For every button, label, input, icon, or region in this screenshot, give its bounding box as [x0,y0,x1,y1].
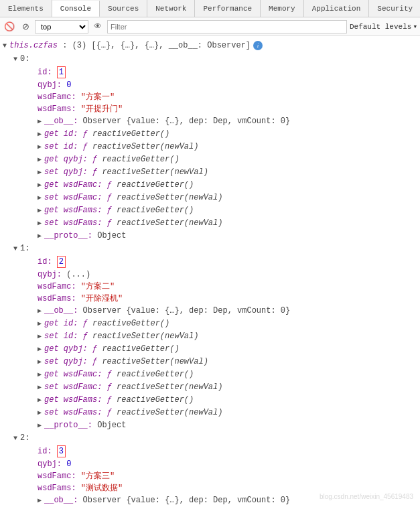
main-separator: : [58,40,72,51]
item-0-wsdFams-row: wsdFams: "开提升门" [38,103,420,115]
item-1-expand[interactable] [13,244,20,255]
item-1-wsdFams-row: wsdFams: "开除湿机" [38,293,420,305]
item-1-method-8: set wsdFams: ƒ reactiveSetter(newVal) [38,407,420,419]
item-1-method-4: set qybj: ƒ reactiveSetter(newVal) [38,356,420,368]
main-expand-arrow[interactable] [3,41,9,52]
item-0-wsdFamc-row: wsdFamc: "方案一" [38,91,420,103]
item-2-ob-expand[interactable] [38,496,44,506]
item-0-method-7: get wsdFams: ƒ reactiveGetter() [38,204,420,217]
item-0-method-5: get wsdFamc: ƒ reactiveGetter() [38,179,420,192]
filter-toggle-button[interactable]: ⊘ [19,20,32,33]
item-0-id-row: id: 1 [38,66,420,79]
item-1-index: 1: [20,243,29,254]
main-value: (3) [{…}, {…}, {…}, __ob__: Observer] [72,40,251,51]
item-2-index: 2: [20,433,29,443]
item-1-ob-expand[interactable] [38,306,44,317]
item-2-qybj-row: qybj: 0 [38,458,420,470]
item-1-method-6: set wsdFamc: ƒ reactiveSetter(newVal) [38,381,420,394]
item-0-ob-expand[interactable] [38,117,44,127]
item-1-method-1: get id: ƒ reactiveGetter() [38,317,420,330]
context-select[interactable]: top [35,20,88,33]
tab-security[interactable]: Security [369,0,420,17]
item-1-container: 1: id: 2 qybj: (...) wsdFamc: "方案二" wsdF… [0,242,420,432]
eye-icon[interactable]: 👁 [91,20,104,33]
main-log-line: this.czfas : (3) [{…}, {…}, {…}, __ob__:… [0,39,420,53]
tab-memory[interactable]: Memory [261,0,304,17]
main-var-label: this.czfas [9,40,58,51]
item-1-proto-row: __proto__: Object [38,419,420,432]
console-content: this.czfas : (3) [{…}, {…}, {…}, __ob__:… [0,36,420,507]
item-0-method-4: set qybj: ƒ reactiveSetter(newVal) [38,166,420,179]
tab-console[interactable]: Console [52,1,100,17]
item-2-id-value: 3 [57,445,66,457]
clear-console-button[interactable]: 🚫 [3,20,16,33]
tab-sources[interactable]: Sources [100,0,147,17]
item-0-header: 0: [13,53,420,66]
item-1-header: 1: [13,242,420,255]
item-1-ob-row: __ob__: Observer {value: {…}, dep: Dep, … [38,305,420,317]
toolbar: 🚫 ⊘ top 👁 Default levels ▾ [0,17,420,36]
item-0-method-2: set id: ƒ reactiveSetter(newVal) [38,141,420,153]
item-1-id-value: 2 [57,256,66,268]
tab-bar: Elements Console Sources Network Perform… [0,0,420,17]
filter-input[interactable] [107,20,347,33]
item-2-header: 2: [13,432,420,445]
item-0-method-1: get id: ƒ reactiveGetter() [38,128,420,141]
item-1-method-3: get qybj: ƒ reactiveGetter() [38,343,420,356]
item-1-method-5: get wsdFamc: ƒ reactiveGetter() [38,368,420,381]
chevron-down-icon: ▾ [413,22,417,31]
info-icon[interactable]: i [253,41,263,50]
item-1-fields: id: 2 qybj: (...) wsdFamc: "方案二" wsdFams… [13,255,420,432]
item-0-expand[interactable] [13,54,20,65]
item-0-proto-row: __proto__: Object [38,230,420,242]
item-0-id-value: 1 [57,66,66,78]
tab-network[interactable]: Network [147,0,195,17]
item-1-method-7: get wsdFams: ƒ reactiveGetter() [38,394,420,407]
item-2-id-row: id: 3 [38,445,420,458]
item-0-fields: id: 1 qybj: 0 wsdFamc: "方案一" wsdFams: "开… [13,66,420,242]
watermark: blog.csdn.net/weixin_45619483 [320,493,413,500]
item-0-container: 0: id: 1 qybj: 0 wsdFamc: "方案一" wsdFams:… [0,53,420,242]
default-levels-dropdown[interactable]: Default levels ▾ [350,22,417,31]
item-2-wsdFamc-row: wsdFamc: "方案三" [38,470,420,482]
item-0-qybj-row: qybj: 0 [38,79,420,91]
item-1-qybj-row: qybj: (...) [38,269,420,281]
item-0-index: 0: [20,54,29,64]
item-0-method-3: get qybj: ƒ reactiveGetter() [38,153,420,166]
tab-elements[interactable]: Elements [0,0,52,17]
item-0-method-6: set wsdFamc: ƒ reactiveSetter(newVal) [38,192,420,204]
item-0-method-8: set wsdFams: ƒ reactiveSetter(newVal) [38,217,420,230]
tab-performance[interactable]: Performance [195,0,261,17]
item-1-wsdFamc-row: wsdFamc: "方案二" [38,281,420,293]
item-1-method-2: set id: ƒ reactiveSetter(newVal) [38,330,420,343]
tab-application[interactable]: Application [304,0,370,17]
item-0-ob-row: __ob__: Observer {value: {…}, dep: Dep, … [38,115,420,128]
item-2-expand[interactable] [13,433,20,444]
item-1-id-row: id: 2 [38,255,420,269]
